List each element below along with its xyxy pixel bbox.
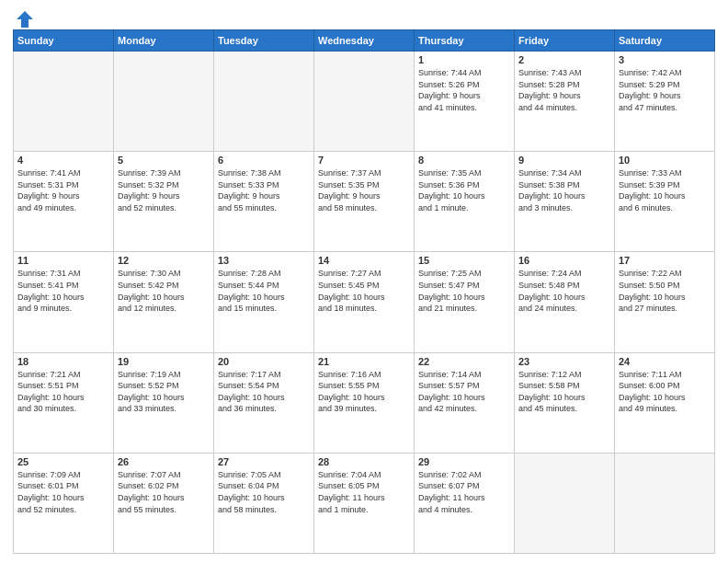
- calendar-day-cell: 18Sunrise: 7:21 AM Sunset: 5:51 PM Dayli…: [14, 352, 114, 453]
- calendar-day-cell: 7Sunrise: 7:37 AM Sunset: 5:35 PM Daylig…: [314, 152, 415, 252]
- day-info: Sunrise: 7:42 AM Sunset: 5:29 PM Dayligh…: [619, 67, 711, 113]
- day-info: Sunrise: 7:12 AM Sunset: 5:58 PM Dayligh…: [518, 369, 610, 415]
- day-info: Sunrise: 7:25 AM Sunset: 5:47 PM Dayligh…: [418, 268, 510, 314]
- calendar-header-row: SundayMondayTuesdayWednesdayThursdayFrid…: [14, 30, 715, 52]
- calendar-week-row: 25Sunrise: 7:09 AM Sunset: 6:01 PM Dayli…: [14, 453, 715, 553]
- calendar-day-cell: 26Sunrise: 7:07 AM Sunset: 6:02 PM Dayli…: [114, 453, 214, 553]
- day-info: Sunrise: 7:07 AM Sunset: 6:02 PM Dayligh…: [118, 469, 210, 515]
- day-of-week-header: Saturday: [615, 30, 715, 52]
- calendar-day-cell: 9Sunrise: 7:34 AM Sunset: 5:38 PM Daylig…: [515, 152, 615, 252]
- day-number: 11: [17, 255, 109, 266]
- calendar-day-cell: 29Sunrise: 7:02 AM Sunset: 6:07 PM Dayli…: [415, 453, 515, 553]
- day-info: Sunrise: 7:22 AM Sunset: 5:50 PM Dayligh…: [619, 268, 711, 314]
- calendar-day-cell: 5Sunrise: 7:39 AM Sunset: 5:32 PM Daylig…: [114, 152, 214, 252]
- day-of-week-header: Wednesday: [314, 30, 415, 52]
- calendar-day-cell: 10Sunrise: 7:33 AM Sunset: 5:39 PM Dayli…: [615, 152, 715, 252]
- day-number: 23: [518, 356, 610, 367]
- day-of-week-header: Thursday: [415, 30, 515, 52]
- header: [13, 9, 715, 24]
- day-info: Sunrise: 7:04 AM Sunset: 6:05 PM Dayligh…: [318, 469, 410, 515]
- day-number: 17: [619, 255, 711, 266]
- day-info: Sunrise: 7:37 AM Sunset: 5:35 PM Dayligh…: [318, 167, 410, 213]
- day-number: 13: [218, 255, 310, 266]
- calendar-day-cell: 19Sunrise: 7:19 AM Sunset: 5:52 PM Dayli…: [114, 352, 214, 453]
- day-number: 28: [318, 456, 410, 467]
- day-info: Sunrise: 7:21 AM Sunset: 5:51 PM Dayligh…: [17, 369, 109, 415]
- calendar-day-cell: 15Sunrise: 7:25 AM Sunset: 5:47 PM Dayli…: [415, 252, 515, 352]
- day-number: 22: [418, 356, 510, 367]
- calendar-day-cell: 25Sunrise: 7:09 AM Sunset: 6:01 PM Dayli…: [14, 453, 114, 553]
- day-number: 25: [17, 456, 109, 467]
- day-info: Sunrise: 7:24 AM Sunset: 5:48 PM Dayligh…: [518, 268, 610, 314]
- calendar-day-cell: 1Sunrise: 7:44 AM Sunset: 5:26 PM Daylig…: [415, 52, 515, 152]
- day-number: 4: [17, 155, 109, 166]
- day-info: Sunrise: 7:11 AM Sunset: 6:00 PM Dayligh…: [619, 369, 711, 415]
- day-number: 10: [619, 155, 711, 166]
- calendar-day-cell: 22Sunrise: 7:14 AM Sunset: 5:57 PM Dayli…: [415, 352, 515, 453]
- calendar-day-cell: [615, 453, 715, 553]
- day-info: Sunrise: 7:44 AM Sunset: 5:26 PM Dayligh…: [418, 67, 510, 113]
- day-info: Sunrise: 7:09 AM Sunset: 6:01 PM Dayligh…: [17, 469, 109, 515]
- day-info: Sunrise: 7:19 AM Sunset: 5:52 PM Dayligh…: [118, 369, 210, 415]
- day-info: Sunrise: 7:39 AM Sunset: 5:32 PM Dayligh…: [118, 167, 210, 213]
- day-number: 27: [218, 456, 310, 467]
- day-number: 21: [318, 356, 410, 367]
- day-info: Sunrise: 7:02 AM Sunset: 6:07 PM Dayligh…: [418, 469, 510, 515]
- calendar-week-row: 4Sunrise: 7:41 AM Sunset: 5:31 PM Daylig…: [14, 152, 715, 252]
- day-number: 26: [118, 456, 210, 467]
- calendar-day-cell: 2Sunrise: 7:43 AM Sunset: 5:28 PM Daylig…: [515, 52, 615, 152]
- calendar-day-cell: 21Sunrise: 7:16 AM Sunset: 5:55 PM Dayli…: [314, 352, 415, 453]
- day-info: Sunrise: 7:31 AM Sunset: 5:41 PM Dayligh…: [17, 268, 109, 314]
- calendar-day-cell: 17Sunrise: 7:22 AM Sunset: 5:50 PM Dayli…: [615, 252, 715, 352]
- calendar-table: SundayMondayTuesdayWednesdayThursdayFrid…: [13, 29, 715, 554]
- day-of-week-header: Monday: [114, 30, 214, 52]
- calendar-day-cell: 28Sunrise: 7:04 AM Sunset: 6:05 PM Dayli…: [314, 453, 415, 553]
- calendar-day-cell: 8Sunrise: 7:35 AM Sunset: 5:36 PM Daylig…: [415, 152, 515, 252]
- logo-icon: [15, 9, 35, 29]
- calendar-day-cell: 14Sunrise: 7:27 AM Sunset: 5:45 PM Dayli…: [314, 252, 415, 352]
- calendar-day-cell: [515, 453, 615, 553]
- calendar-day-cell: [114, 52, 214, 152]
- day-number: 1: [418, 54, 510, 65]
- day-info: Sunrise: 7:30 AM Sunset: 5:42 PM Dayligh…: [118, 268, 210, 314]
- day-info: Sunrise: 7:16 AM Sunset: 5:55 PM Dayligh…: [318, 369, 410, 415]
- calendar-week-row: 18Sunrise: 7:21 AM Sunset: 5:51 PM Dayli…: [14, 352, 715, 453]
- day-number: 18: [17, 356, 109, 367]
- day-number: 3: [619, 54, 711, 65]
- day-info: Sunrise: 7:28 AM Sunset: 5:44 PM Dayligh…: [218, 268, 310, 314]
- day-number: 24: [619, 356, 711, 367]
- day-number: 12: [118, 255, 210, 266]
- day-of-week-header: Sunday: [14, 30, 114, 52]
- day-info: Sunrise: 7:33 AM Sunset: 5:39 PM Dayligh…: [619, 167, 711, 213]
- day-info: Sunrise: 7:41 AM Sunset: 5:31 PM Dayligh…: [17, 167, 109, 213]
- calendar-day-cell: 3Sunrise: 7:42 AM Sunset: 5:29 PM Daylig…: [615, 52, 715, 152]
- svg-marker-0: [17, 11, 33, 28]
- day-number: 8: [418, 155, 510, 166]
- calendar-day-cell: 11Sunrise: 7:31 AM Sunset: 5:41 PM Dayli…: [14, 252, 114, 352]
- day-number: 15: [418, 255, 510, 266]
- day-info: Sunrise: 7:14 AM Sunset: 5:57 PM Dayligh…: [418, 369, 510, 415]
- day-number: 5: [118, 155, 210, 166]
- calendar-day-cell: 24Sunrise: 7:11 AM Sunset: 6:00 PM Dayli…: [615, 352, 715, 453]
- day-number: 29: [418, 456, 510, 467]
- calendar-day-cell: [314, 52, 415, 152]
- day-number: 2: [518, 54, 610, 65]
- calendar-week-row: 1Sunrise: 7:44 AM Sunset: 5:26 PM Daylig…: [14, 52, 715, 152]
- day-info: Sunrise: 7:27 AM Sunset: 5:45 PM Dayligh…: [318, 268, 410, 314]
- day-info: Sunrise: 7:43 AM Sunset: 5:28 PM Dayligh…: [518, 67, 610, 113]
- day-info: Sunrise: 7:17 AM Sunset: 5:54 PM Dayligh…: [218, 369, 310, 415]
- day-number: 9: [518, 155, 610, 166]
- calendar-day-cell: 16Sunrise: 7:24 AM Sunset: 5:48 PM Dayli…: [515, 252, 615, 352]
- logo: [13, 9, 35, 24]
- calendar-day-cell: 13Sunrise: 7:28 AM Sunset: 5:44 PM Dayli…: [214, 252, 314, 352]
- day-of-week-header: Friday: [515, 30, 615, 52]
- calendar-day-cell: 27Sunrise: 7:05 AM Sunset: 6:04 PM Dayli…: [214, 453, 314, 553]
- day-info: Sunrise: 7:38 AM Sunset: 5:33 PM Dayligh…: [218, 167, 310, 213]
- day-number: 7: [318, 155, 410, 166]
- calendar-day-cell: 4Sunrise: 7:41 AM Sunset: 5:31 PM Daylig…: [14, 152, 114, 252]
- calendar-day-cell: 20Sunrise: 7:17 AM Sunset: 5:54 PM Dayli…: [214, 352, 314, 453]
- calendar-day-cell: [214, 52, 314, 152]
- day-info: Sunrise: 7:05 AM Sunset: 6:04 PM Dayligh…: [218, 469, 310, 515]
- calendar-day-cell: 6Sunrise: 7:38 AM Sunset: 5:33 PM Daylig…: [214, 152, 314, 252]
- page: SundayMondayTuesdayWednesdayThursdayFrid…: [0, 0, 728, 563]
